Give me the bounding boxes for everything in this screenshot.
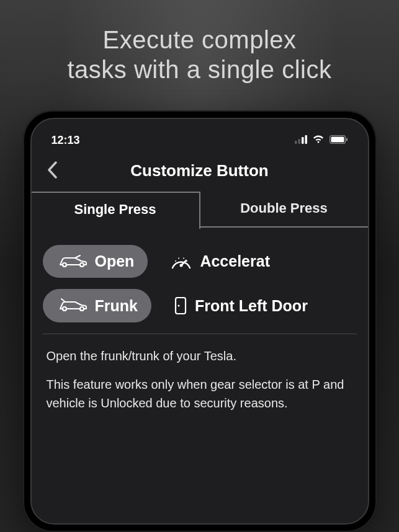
svg-rect-6: [346, 138, 347, 141]
svg-point-20: [177, 305, 179, 307]
svg-point-7: [63, 263, 66, 267]
svg-point-11: [174, 265, 175, 266]
svg-rect-0: [295, 141, 297, 144]
description-paragraph-2: This feature works only when gear select…: [47, 375, 353, 412]
action-frunk[interactable]: Frunk: [43, 289, 151, 322]
svg-point-17: [63, 307, 66, 311]
description: Open the frunk/trunk of your Tesla. This…: [43, 347, 357, 412]
svg-point-16: [187, 265, 189, 266]
action-label: Front Left Door: [195, 297, 308, 315]
svg-rect-1: [298, 139, 300, 144]
page-header: Customize Button: [32, 153, 368, 192]
svg-rect-19: [176, 298, 186, 314]
action-open[interactable]: Open: [43, 245, 148, 278]
action-label: Frunk: [95, 297, 138, 315]
svg-point-14: [183, 257, 184, 259]
svg-point-12: [175, 260, 176, 262]
status-indicators: [295, 134, 348, 147]
action-label: Open: [95, 252, 135, 270]
device-screen: 12:13 Customize Button Single Pre: [30, 118, 369, 525]
status-time: 12:13: [52, 134, 80, 147]
action-front-left-door[interactable]: Front Left Door: [160, 289, 321, 322]
page-title: Customize Button: [44, 161, 356, 180]
action-accelerate[interactable]: Accelerat: [156, 245, 284, 278]
svg-point-15: [186, 260, 187, 262]
content-area: Open Accelerat Frunk: [32, 228, 368, 523]
back-button[interactable]: [47, 161, 58, 182]
promo-line-2: tasks with a single click: [68, 56, 332, 83]
svg-point-8: [80, 263, 84, 267]
tab-label: Single Press: [74, 202, 156, 217]
svg-rect-2: [302, 137, 304, 144]
car-frunk-icon: [56, 298, 87, 314]
wifi-icon: [312, 134, 325, 147]
door-icon: [174, 296, 187, 315]
svg-rect-3: [305, 135, 307, 144]
tab-single-press[interactable]: Single Press: [32, 192, 200, 229]
car-trunk-icon: [56, 254, 87, 270]
action-label: Accelerat: [200, 252, 270, 270]
tab-label: Double Press: [240, 200, 328, 216]
gauge-icon: [170, 253, 192, 270]
action-row-1: Open Accelerat: [43, 245, 357, 278]
action-row-2: Frunk Front Left Door: [43, 289, 357, 322]
divider: [43, 334, 357, 334]
chevron-left-icon: [47, 161, 58, 179]
battery-icon: [330, 134, 348, 147]
status-bar: 12:13: [32, 128, 368, 153]
description-paragraph-1: Open the frunk/trunk of your Tesla.: [47, 347, 353, 365]
svg-point-13: [178, 257, 179, 259]
svg-rect-5: [331, 136, 344, 142]
cellular-icon: [295, 134, 307, 147]
device-frame: 12:13 Customize Button Single Pre: [23, 110, 377, 532]
tab-bar: Single Press Double Press: [32, 192, 368, 228]
tab-double-press[interactable]: Double Press: [200, 192, 368, 228]
promo-line-1: Execute complex: [102, 26, 296, 53]
promo-heading: Execute complex tasks with a single clic…: [0, 25, 399, 84]
svg-point-18: [80, 307, 84, 311]
